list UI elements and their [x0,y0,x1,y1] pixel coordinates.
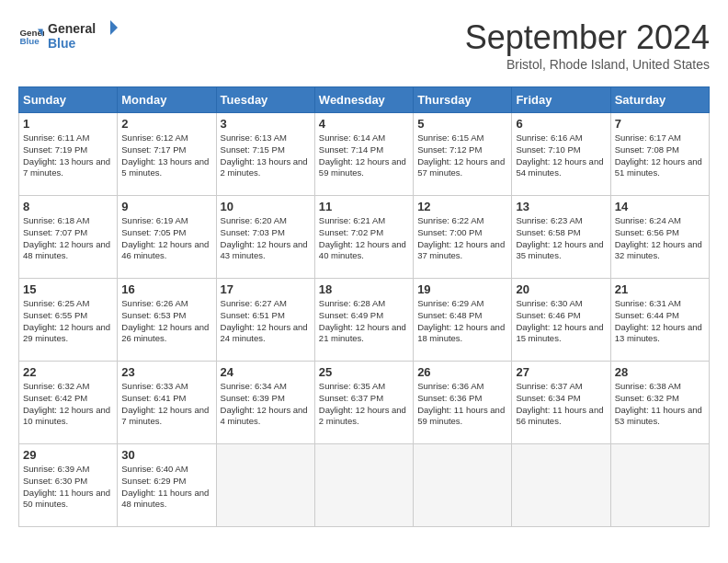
day-cell-22: 22Sunrise: 6:32 AMSunset: 6:42 PMDayligh… [19,362,118,444]
day-details-22: Sunrise: 6:32 AMSunset: 6:42 PMDaylight:… [23,381,113,428]
day-number-5: 5 [417,117,507,131]
day-cell-1: 1Sunrise: 6:11 AMSunset: 7:19 PMDaylight… [19,113,118,196]
week-row-1: 1Sunrise: 6:11 AMSunset: 7:19 PMDaylight… [19,113,710,196]
day-details-4: Sunrise: 6:14 AMSunset: 7:14 PMDaylight:… [319,132,409,179]
weekday-header-tuesday: Tuesday [216,87,314,113]
weekday-header-monday: Monday [118,87,216,113]
day-details-23: Sunrise: 6:33 AMSunset: 6:41 PMDaylight:… [121,381,211,428]
day-details-28: Sunrise: 6:38 AMSunset: 6:32 PMDaylight:… [615,381,705,428]
day-cell-5: 5Sunrise: 6:15 AMSunset: 7:12 PMDaylight… [414,113,512,196]
day-details-16: Sunrise: 6:26 AMSunset: 6:53 PMDaylight:… [121,298,211,345]
day-number-30: 30 [121,448,211,462]
day-number-21: 21 [615,282,705,296]
day-details-18: Sunrise: 6:28 AMSunset: 6:49 PMDaylight:… [319,298,409,345]
day-cell-16: 16Sunrise: 6:26 AMSunset: 6:53 PMDayligh… [118,279,216,362]
day-details-13: Sunrise: 6:23 AMSunset: 6:58 PMDaylight:… [516,215,606,262]
day-number-23: 23 [121,365,211,379]
day-cell-13: 13Sunrise: 6:23 AMSunset: 6:58 PMDayligh… [512,196,610,279]
day-number-29: 29 [23,448,113,462]
weekday-header-sunday: Sunday [19,87,118,113]
day-details-25: Sunrise: 6:35 AMSunset: 6:37 PMDaylight:… [319,381,409,428]
day-number-9: 9 [121,200,211,213]
day-number-28: 28 [615,365,705,379]
day-details-8: Sunrise: 6:18 AMSunset: 7:07 PMDaylight:… [23,215,113,262]
location-label: Bristol, Rhode Island, United States [465,57,710,72]
day-cell-30: 30Sunrise: 6:40 AMSunset: 6:29 PMDayligh… [118,444,216,527]
svg-text:Blue: Blue [48,36,76,51]
day-number-25: 25 [319,365,409,379]
weekday-header-friday: Friday [512,87,610,113]
weekday-header-saturday: Saturday [610,87,709,113]
week-row-4: 22Sunrise: 6:32 AMSunset: 6:42 PMDayligh… [19,362,710,444]
day-number-11: 11 [319,200,409,213]
week-row-2: 8Sunrise: 6:18 AMSunset: 7:07 PMDaylight… [19,196,710,279]
logo-icon: General Blue [18,24,44,50]
day-cell-6: 6Sunrise: 6:16 AMSunset: 7:10 PMDaylight… [512,113,610,196]
day-number-4: 4 [319,117,409,131]
day-cell-3: 3Sunrise: 6:13 AMSunset: 7:15 PMDaylight… [216,113,314,196]
empty-cell [216,444,314,527]
day-number-20: 20 [516,282,606,296]
day-number-24: 24 [221,365,311,379]
day-number-2: 2 [121,117,211,131]
day-cell-25: 25Sunrise: 6:35 AMSunset: 6:37 PMDayligh… [314,362,413,444]
day-number-13: 13 [516,200,606,213]
day-details-12: Sunrise: 6:22 AMSunset: 7:00 PMDaylight:… [417,215,507,262]
weekday-header-row: SundayMondayTuesdayWednesdayThursdayFrid… [19,87,710,113]
day-cell-15: 15Sunrise: 6:25 AMSunset: 6:55 PMDayligh… [19,279,118,362]
day-cell-28: 28Sunrise: 6:38 AMSunset: 6:32 PMDayligh… [610,362,709,444]
calendar-table: SundayMondayTuesdayWednesdayThursdayFrid… [18,86,710,527]
day-details-6: Sunrise: 6:16 AMSunset: 7:10 PMDaylight:… [516,132,606,179]
day-cell-23: 23Sunrise: 6:33 AMSunset: 6:41 PMDayligh… [118,362,216,444]
day-number-6: 6 [516,117,606,131]
day-number-22: 22 [23,365,113,379]
day-details-1: Sunrise: 6:11 AMSunset: 7:19 PMDaylight:… [23,132,113,179]
day-details-30: Sunrise: 6:40 AMSunset: 6:29 PMDaylight:… [121,464,211,511]
day-cell-8: 8Sunrise: 6:18 AMSunset: 7:07 PMDaylight… [19,196,118,279]
day-number-18: 18 [319,282,409,296]
day-number-15: 15 [23,282,113,296]
week-row-5: 29Sunrise: 6:39 AMSunset: 6:30 PMDayligh… [19,444,710,527]
day-number-14: 14 [615,200,705,213]
day-details-20: Sunrise: 6:30 AMSunset: 6:46 PMDaylight:… [516,298,606,345]
day-details-7: Sunrise: 6:17 AMSunset: 7:08 PMDaylight:… [615,132,705,179]
day-number-12: 12 [417,200,507,213]
day-cell-19: 19Sunrise: 6:29 AMSunset: 6:48 PMDayligh… [414,279,512,362]
day-cell-10: 10Sunrise: 6:20 AMSunset: 7:03 PMDayligh… [216,196,314,279]
empty-cell [314,444,413,527]
day-details-14: Sunrise: 6:24 AMSunset: 6:56 PMDaylight:… [615,215,705,262]
day-cell-24: 24Sunrise: 6:34 AMSunset: 6:39 PMDayligh… [216,362,314,444]
day-number-7: 7 [615,117,705,131]
day-cell-12: 12Sunrise: 6:22 AMSunset: 7:00 PMDayligh… [414,196,512,279]
week-row-3: 15Sunrise: 6:25 AMSunset: 6:55 PMDayligh… [19,279,710,362]
day-number-1: 1 [23,117,113,131]
page-header: General Blue General Blue September 2024… [18,18,710,72]
empty-cell [610,444,709,527]
day-number-17: 17 [221,282,311,296]
svg-text:General: General [48,21,96,36]
empty-cell [512,444,610,527]
day-details-17: Sunrise: 6:27 AMSunset: 6:51 PMDaylight:… [221,298,311,345]
day-details-11: Sunrise: 6:21 AMSunset: 7:02 PMDaylight:… [319,215,409,262]
month-title: September 2024 [465,18,710,57]
day-cell-7: 7Sunrise: 6:17 AMSunset: 7:08 PMDaylight… [610,113,709,196]
day-cell-18: 18Sunrise: 6:28 AMSunset: 6:49 PMDayligh… [314,279,413,362]
day-number-16: 16 [121,282,211,296]
svg-marker-5 [110,20,118,35]
day-number-26: 26 [417,365,507,379]
day-cell-27: 27Sunrise: 6:37 AMSunset: 6:34 PMDayligh… [512,362,610,444]
day-details-27: Sunrise: 6:37 AMSunset: 6:34 PMDaylight:… [516,381,606,428]
day-cell-11: 11Sunrise: 6:21 AMSunset: 7:02 PMDayligh… [314,196,413,279]
day-cell-29: 29Sunrise: 6:39 AMSunset: 6:30 PMDayligh… [19,444,118,527]
day-details-3: Sunrise: 6:13 AMSunset: 7:15 PMDaylight:… [221,132,311,179]
logo: General Blue General Blue [18,18,121,56]
day-number-19: 19 [417,282,507,296]
day-cell-4: 4Sunrise: 6:14 AMSunset: 7:14 PMDaylight… [314,113,413,196]
day-details-19: Sunrise: 6:29 AMSunset: 6:48 PMDaylight:… [417,298,507,345]
day-details-9: Sunrise: 6:19 AMSunset: 7:05 PMDaylight:… [121,215,211,262]
day-details-5: Sunrise: 6:15 AMSunset: 7:12 PMDaylight:… [417,132,507,179]
day-cell-17: 17Sunrise: 6:27 AMSunset: 6:51 PMDayligh… [216,279,314,362]
day-cell-20: 20Sunrise: 6:30 AMSunset: 6:46 PMDayligh… [512,279,610,362]
day-details-21: Sunrise: 6:31 AMSunset: 6:44 PMDaylight:… [615,298,705,345]
weekday-header-wednesday: Wednesday [314,87,413,113]
